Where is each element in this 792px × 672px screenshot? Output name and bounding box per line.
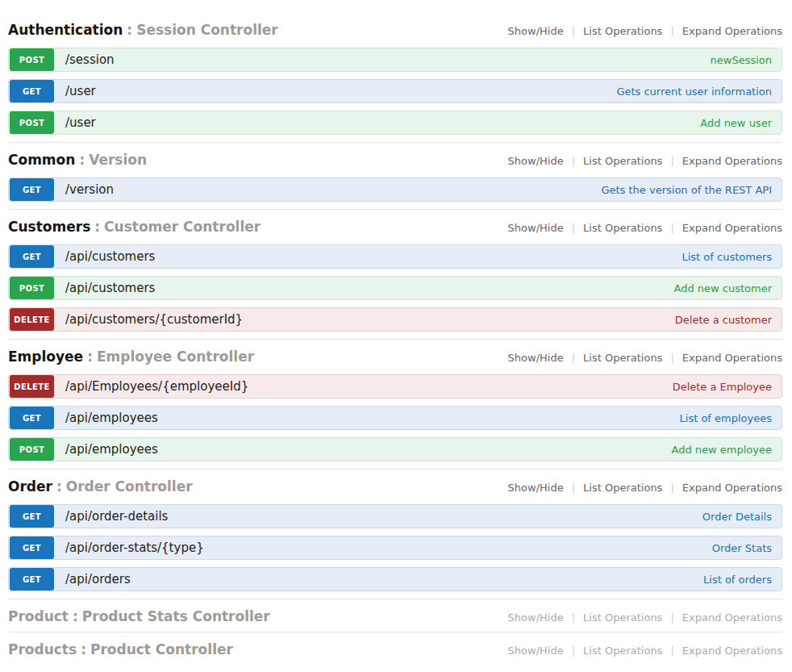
operation-summary[interactable]: List of customers bbox=[682, 251, 772, 263]
method-badge: GET bbox=[10, 536, 54, 559]
title-separator: : bbox=[73, 608, 78, 624]
operation-path[interactable]: /api/Employees/{employeeId} bbox=[65, 379, 248, 394]
operation-path[interactable]: /api/orders bbox=[65, 572, 131, 586]
show-hide-link[interactable]: Show/Hide bbox=[508, 25, 564, 37]
list-operations-link[interactable]: List Operations bbox=[583, 25, 662, 37]
show-hide-link[interactable]: Show/Hide bbox=[508, 155, 564, 167]
list-operations-link[interactable]: List Operations bbox=[583, 222, 662, 234]
link-separator: | bbox=[572, 352, 575, 364]
method-badge: DELETE bbox=[10, 308, 54, 331]
operation-row[interactable]: GET /api/order-details Order Details bbox=[8, 504, 782, 528]
resource-header: Products:Product Controller Show/Hide|Li… bbox=[8, 641, 782, 657]
link-separator: | bbox=[670, 25, 673, 37]
expand-operations-link[interactable]: Expand Operations bbox=[682, 482, 782, 494]
link-separator: | bbox=[670, 611, 673, 624]
operation-row[interactable]: GET /api/order-stats/{type} Order Stats bbox=[8, 536, 782, 560]
method-badge: GET bbox=[10, 245, 54, 268]
operation-row[interactable]: GET /api/employees List of employees bbox=[8, 406, 782, 430]
operation-summary[interactable]: newSession bbox=[711, 54, 772, 66]
operation-row[interactable]: GET /api/orders List of orders bbox=[8, 567, 782, 591]
operation-row[interactable]: GET /user Gets current user information bbox=[8, 79, 782, 103]
show-hide-link[interactable]: Show/Hide bbox=[508, 482, 564, 494]
list-operations-link[interactable]: List Operations bbox=[583, 352, 662, 364]
operation-path[interactable]: /api/employees bbox=[65, 442, 158, 457]
resource-section-common: Common:Version Show/Hide|List Operations… bbox=[8, 142, 782, 202]
link-separator: | bbox=[572, 645, 575, 657]
list-operations-link[interactable]: List Operations bbox=[583, 611, 662, 624]
resource-name: Order bbox=[8, 478, 52, 495]
operation-summary[interactable]: List of employees bbox=[680, 412, 772, 424]
resource-header: Order:Order Controller Show/Hide|List Op… bbox=[8, 478, 782, 495]
operation-summary[interactable]: Order Details bbox=[702, 511, 772, 523]
operation-row[interactable]: POST /api/customers Add new customer bbox=[8, 276, 782, 300]
operation-row[interactable]: POST /session newSession bbox=[8, 48, 782, 72]
expand-operations-link[interactable]: Expand Operations bbox=[682, 25, 782, 37]
operation-summary[interactable]: Add new employee bbox=[672, 444, 772, 456]
operation-summary[interactable]: Add new user bbox=[700, 117, 772, 129]
resource-title[interactable]: Product:Product Stats Controller bbox=[8, 608, 270, 624]
show-hide-link[interactable]: Show/Hide bbox=[508, 611, 564, 624]
link-separator: | bbox=[572, 611, 575, 624]
resource-links: Show/Hide|List Operations|Expand Operati… bbox=[508, 645, 782, 657]
operation-path[interactable]: /api/customers bbox=[65, 249, 155, 264]
resource-section-order: Order:Order Controller Show/Hide|List Op… bbox=[8, 469, 782, 591]
operation-summary[interactable]: Add new customer bbox=[673, 282, 772, 294]
expand-operations-link[interactable]: Expand Operations bbox=[682, 645, 782, 657]
resource-name: Common bbox=[8, 152, 75, 168]
resource-section-authentication: Authentication:Session Controller Show/H… bbox=[8, 22, 782, 135]
resource-title[interactable]: Authentication:Session Controller bbox=[8, 22, 278, 38]
operation-path[interactable]: /api/customers bbox=[65, 281, 155, 295]
resource-header: Common:Version Show/Hide|List Operations… bbox=[8, 152, 782, 168]
list-operations-link[interactable]: List Operations bbox=[583, 482, 662, 494]
title-separator: : bbox=[87, 349, 93, 365]
title-separator: : bbox=[94, 219, 100, 235]
operation-row[interactable]: DELETE /api/Employees/{employeeId} Delet… bbox=[8, 374, 782, 399]
operation-row[interactable]: DELETE /api/customers/{customerId} Delet… bbox=[8, 307, 782, 332]
list-operations-link[interactable]: List Operations bbox=[583, 155, 662, 167]
resource-section-products: Products:Product Controller Show/Hide|Li… bbox=[8, 632, 782, 657]
operation-path[interactable]: /api/employees bbox=[65, 411, 158, 425]
operation-path[interactable]: /user bbox=[65, 115, 96, 130]
operation-row[interactable]: GET /api/customers List of customers bbox=[8, 244, 782, 269]
operation-row[interactable]: GET /version Gets the version of the RES… bbox=[8, 177, 782, 202]
method-badge: POST bbox=[10, 438, 54, 461]
operation-summary[interactable]: Gets the version of the REST API bbox=[601, 184, 772, 196]
operation-summary[interactable]: Order Stats bbox=[712, 542, 772, 554]
resource-title[interactable]: Common:Version bbox=[8, 152, 147, 168]
operation-path[interactable]: /user bbox=[65, 84, 96, 98]
operation-summary[interactable]: Delete a Employee bbox=[673, 381, 772, 393]
resource-title[interactable]: Products:Product Controller bbox=[8, 641, 233, 657]
link-separator: | bbox=[572, 482, 575, 494]
expand-operations-link[interactable]: Expand Operations bbox=[682, 155, 782, 167]
resource-title[interactable]: Order:Order Controller bbox=[8, 478, 193, 495]
show-hide-link[interactable]: Show/Hide bbox=[508, 352, 564, 364]
resource-name: Authentication bbox=[8, 22, 123, 38]
operation-path[interactable]: /version bbox=[65, 182, 114, 197]
operation-summary[interactable]: List of orders bbox=[703, 574, 772, 586]
operation-row[interactable]: POST /api/employees Add new employee bbox=[8, 437, 782, 461]
show-hide-link[interactable]: Show/Hide bbox=[508, 222, 564, 234]
operation-summary[interactable]: Gets current user information bbox=[616, 86, 772, 98]
operation-summary[interactable]: Delete a customer bbox=[675, 314, 772, 326]
expand-operations-link[interactable]: Expand Operations bbox=[682, 611, 782, 624]
resource-name: Employee bbox=[8, 349, 83, 365]
list-operations-link[interactable]: List Operations bbox=[583, 645, 662, 657]
operation-path[interactable]: /api/order-stats/{type} bbox=[65, 541, 204, 555]
resource-title[interactable]: Customers:Customer Controller bbox=[8, 219, 261, 235]
show-hide-link[interactable]: Show/Hide bbox=[508, 645, 564, 657]
resource-controller-name: Employee Controller bbox=[97, 349, 254, 365]
api-resource-list: Authentication:Session Controller Show/H… bbox=[0, 0, 792, 667]
expand-operations-link[interactable]: Expand Operations bbox=[682, 352, 782, 364]
operation-path[interactable]: /session bbox=[65, 52, 115, 67]
operation-path[interactable]: /api/customers/{customerId} bbox=[65, 312, 243, 327]
link-separator: | bbox=[670, 482, 673, 494]
resource-controller-name: Version bbox=[89, 152, 147, 168]
method-badge: GET bbox=[10, 407, 54, 429]
resource-title[interactable]: Employee:Employee Controller bbox=[8, 349, 254, 365]
resource-controller-name: Order Controller bbox=[66, 478, 193, 495]
resource-section-customers: Customers:Customer Controller Show/Hide|… bbox=[8, 209, 782, 332]
expand-operations-link[interactable]: Expand Operations bbox=[682, 222, 782, 234]
operation-path[interactable]: /api/order-details bbox=[65, 509, 168, 524]
title-separator: : bbox=[56, 478, 62, 495]
operation-row[interactable]: POST /user Add new user bbox=[8, 111, 782, 135]
